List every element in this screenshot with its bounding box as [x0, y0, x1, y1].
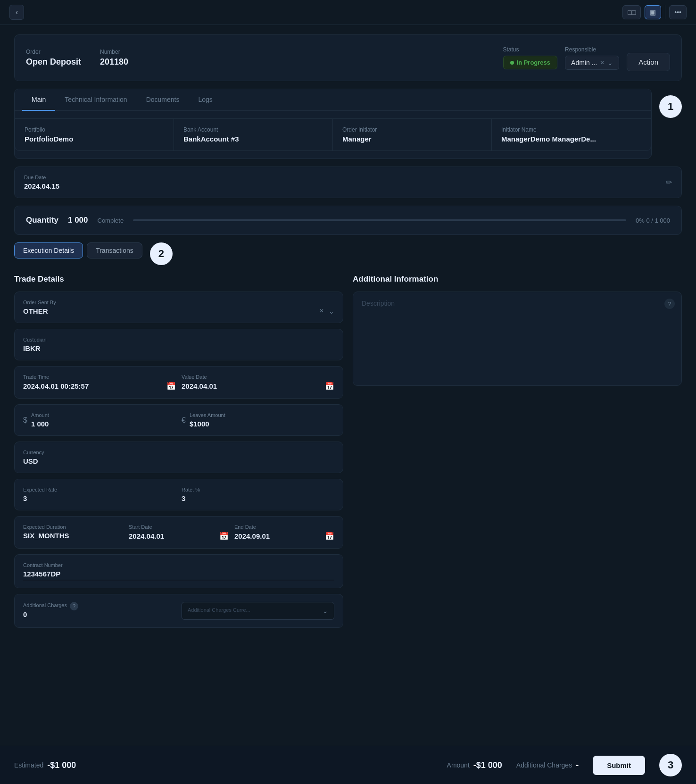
charges-currency-dropdown-icon[interactable]: ⌄ [323, 607, 328, 615]
charges-row: Additional Charges ? 0 Additional Charge… [23, 602, 334, 620]
end-date-calendar-icon[interactable]: 📅 [325, 532, 334, 541]
currency-value: USD [23, 457, 334, 465]
responsible-block: Responsible Admin ... ✕ ⌄ [565, 46, 619, 70]
trade-details-section: Trade Details Order Sent By OTHER ✕ ⌄ Cu… [14, 275, 343, 634]
order-number-block: Number 201180 [100, 49, 128, 67]
additional-info-title: Additional Information [353, 275, 682, 284]
contract-number-value[interactable]: 1234567DP [23, 570, 334, 580]
end-date-value: 2024.09.01 [234, 532, 270, 540]
value-date-row: 2024.04.01 📅 [182, 382, 334, 391]
order-sent-by-dropdown-icon[interactable]: ⌄ [329, 308, 334, 315]
rate-row: Expected Rate 3 Rate, % 3 [23, 487, 334, 502]
rate-pct-value: 3 [182, 494, 334, 502]
tab-main[interactable]: Main [22, 89, 55, 111]
bottom-left: Estimated -$1 000 [14, 760, 76, 770]
quantity-label: Quantity [26, 216, 58, 225]
rate-pct-label: Rate, % [182, 487, 334, 492]
trade-time-label: Trade Time [23, 374, 176, 380]
estimated-value: -$1 000 [47, 760, 76, 770]
leaves-amount-value: $1000 [190, 420, 225, 428]
quantity-row: Quantity 1 000 Complete 0% 0 / 1 000 [26, 216, 670, 225]
additional-charges-help-icon[interactable]: ? [70, 602, 78, 610]
top-bar-right: □□ ▣ ••• [622, 5, 687, 19]
bank-account-value: BankAccount #3 [183, 135, 323, 143]
responsible-value: Admin ... [571, 59, 597, 67]
status-block: Status In Progress [503, 46, 558, 69]
order-initiator-label: Order Initiator [342, 126, 482, 133]
leaves-amount-label: Leaves Amount [190, 412, 225, 418]
initiator-name-label: Initiator Name [501, 126, 641, 133]
currency-label: Currency [23, 450, 334, 455]
action-button[interactable]: Action [627, 53, 670, 71]
quantity-value: 1 000 [68, 216, 88, 225]
start-date-calendar-icon[interactable]: 📅 [219, 532, 229, 541]
time-date-row: Trade Time 2024.04.01 00:25:57 📅 Value D… [23, 374, 334, 391]
view-toggle-list[interactable]: □□ [622, 5, 641, 19]
due-date-label: Due Date [24, 175, 59, 180]
responsible-select[interactable]: Admin ... ✕ ⌄ [565, 56, 619, 70]
submit-button[interactable]: Submit [593, 756, 645, 775]
tab-technical-information[interactable]: Technical Information [55, 89, 136, 111]
trade-time-calendar-icon[interactable]: 📅 [166, 382, 176, 391]
start-date-block: Start Date 2024.04.01 📅 [129, 524, 229, 541]
expected-duration-label: Expected Duration [23, 524, 123, 530]
order-info: Order Open Deposit Number 201180 [26, 49, 128, 67]
responsible-clear-icon[interactable]: ✕ [600, 59, 605, 66]
tab-logs[interactable]: Logs [189, 89, 222, 111]
start-date-label: Start Date [129, 524, 229, 530]
step-badge-3: 3 [659, 754, 682, 776]
additional-charges-label-row: Additional Charges ? [23, 602, 176, 610]
value-date-value: 2024.04.01 [182, 382, 217, 390]
rate-pct-block: Rate, % 3 [182, 487, 334, 502]
amount-value-bottom: -$1 000 [473, 760, 502, 770]
sub-tab-transactions[interactable]: Transactions [87, 242, 142, 259]
amount-label: Amount [31, 412, 49, 418]
view-toggle-grid[interactable]: ▣ [645, 5, 661, 19]
bottom-right: Amount -$1 000 Additional Charges - Subm… [447, 754, 682, 776]
status-badge: In Progress [503, 56, 558, 69]
tab-documents[interactable]: Documents [137, 89, 189, 111]
custodian-label: Custodian [23, 337, 334, 342]
due-date-card: Due Date 2024.04.15 ✏ [14, 167, 682, 198]
amount-block: $ Amount 1 000 [23, 412, 176, 428]
bottom-amount-block: Amount -$1 000 [447, 760, 502, 770]
additional-info-card: Description ? [353, 292, 682, 386]
edit-icon[interactable]: ✏ [666, 178, 672, 187]
back-button[interactable]: ‹ [9, 5, 24, 20]
start-date-row: 2024.04.01 📅 [129, 532, 229, 541]
order-sent-by-clear-icon[interactable]: ✕ [319, 308, 324, 315]
main-container: Order Open Deposit Number 201180 Status … [0, 25, 696, 690]
bottom-spacer [14, 643, 682, 681]
expected-duration-block: Expected Duration SIX_MONTHS [23, 524, 123, 541]
estimated-label: Estimated [14, 761, 43, 769]
trade-time-value: 2024.04.01 00:25:57 [23, 382, 89, 390]
due-date-block: Due Date 2024.04.15 [24, 175, 59, 190]
initiator-name-value: ManagerDemo ManagerDe... [501, 135, 641, 143]
responsible-chevron-icon[interactable]: ⌄ [607, 59, 613, 67]
rate-card: Expected Rate 3 Rate, % 3 [14, 479, 343, 510]
start-date-value: 2024.04.01 [129, 532, 164, 540]
expected-rate-block: Expected Rate 3 [23, 487, 176, 502]
description-help-icon[interactable]: ? [664, 299, 675, 309]
contract-number-label: Contract Number [23, 562, 334, 568]
complete-label: Complete [98, 217, 124, 224]
custodian-value: IBKR [23, 344, 334, 352]
charges-currency-select[interactable]: Additional Charges Curre... ⌄ [182, 602, 334, 620]
sub-tab-execution-details[interactable]: Execution Details [14, 242, 83, 259]
progress-bar [133, 219, 626, 221]
amount-card: $ Amount 1 000 € Leaves Amount [14, 404, 343, 436]
duration-dates-card: Expected Duration SIX_MONTHS Start Date … [14, 516, 343, 549]
bank-account-label: Bank Account [183, 126, 323, 133]
additional-charges-label: Additional Charges [23, 602, 67, 608]
portfolio-value: PortfolioDemo [25, 135, 164, 143]
additional-charges-block: Additional Charges ? 0 [23, 602, 176, 618]
leaves-inner: € Leaves Amount $1000 [182, 412, 334, 428]
due-date-value: 2024.04.15 [24, 182, 59, 190]
value-date-calendar-icon[interactable]: 📅 [325, 382, 334, 391]
two-col-layout: Trade Details Order Sent By OTHER ✕ ⌄ Cu… [14, 275, 682, 634]
order-sent-by-value: OTHER [23, 307, 48, 315]
charges-label-bottom: Additional Charges [516, 761, 572, 769]
more-options-button[interactable]: ••• [669, 5, 687, 19]
progress-text: 0% 0 / 1 000 [636, 217, 670, 224]
order-initiator-value: Manager [342, 135, 482, 143]
